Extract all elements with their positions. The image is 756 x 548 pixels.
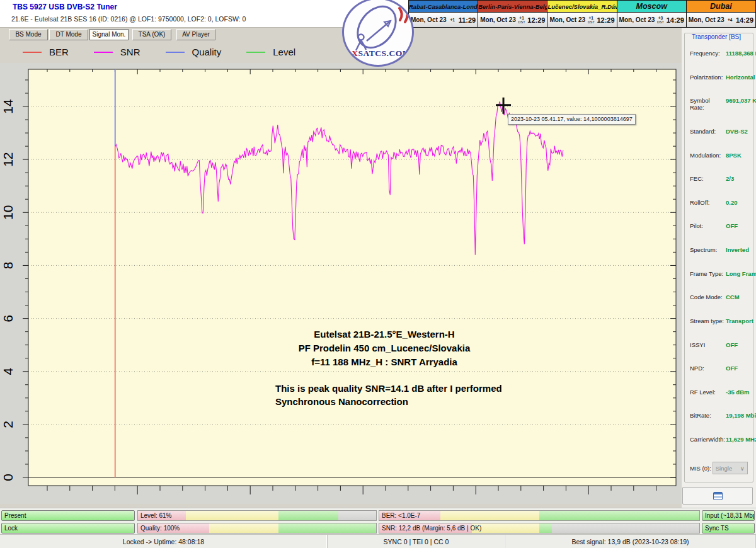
- syncts-badge: Sync TS: [702, 523, 755, 534]
- tuner-app-window: TBS 5927 USB DVB-S2 Tuner 21.6E - Eutels…: [0, 0, 756, 548]
- signal-chart[interactable]: 02468101214 Eutelsat 21B-21.5°E_Western-…: [0, 63, 682, 504]
- transponder-value: 11,629 MHz: [726, 436, 756, 443]
- transponder-row: Stream type:Transport: [690, 317, 753, 324]
- y-axis-label-0: 0: [1, 474, 15, 481]
- transponder-label: Polarization:: [690, 74, 726, 81]
- transponder-label: Modulation:: [690, 152, 726, 159]
- bar-segment-green: [278, 511, 338, 520]
- transponder-row: Standard:DVB-S2: [690, 128, 753, 135]
- input-badge: Input (~18,31 Mbps): [702, 510, 755, 521]
- present-badge: Present: [1, 510, 135, 521]
- annotation-line: Synchronous Nanocorrection: [275, 395, 527, 408]
- transponder-value: OFF: [726, 222, 738, 229]
- bar-segment-green: [278, 523, 376, 533]
- transponder-label: Spectrum:: [690, 246, 726, 253]
- level-progressbar: Level: 61%: [137, 510, 377, 521]
- transponder-label: Frequency:: [690, 50, 726, 57]
- transponder-title: Transponder [BS]: [690, 33, 743, 40]
- transponder-label: RollOff:: [690, 199, 726, 206]
- transponder-label: FEC:: [690, 175, 726, 182]
- snr-bar-label: SNR: 12,2 dB (Margin: 5,6 dB | OK): [382, 524, 481, 533]
- transponder-value: 0.20: [726, 199, 738, 206]
- transponder-value: 2/3: [726, 175, 734, 182]
- mis-select[interactable]: Single ∨: [713, 462, 748, 474]
- statusbar-segment-3: Best signal: 13,9 dB (2023-10-23 08:19): [505, 535, 756, 548]
- transponder-row: Pilot:OFF: [690, 222, 753, 229]
- transponder-value: DVB-S2: [726, 128, 748, 135]
- transponder-row: RollOff:0.20: [690, 199, 753, 206]
- capture-button[interactable]: [682, 487, 753, 505]
- transponder-label: Pilot:: [690, 222, 726, 229]
- y-axis-label-8: 8: [1, 262, 15, 270]
- level-bar-label: Level: 61%: [140, 511, 171, 520]
- transponder-label: BitRate:: [690, 412, 726, 419]
- transponder-value: Long Frame: [726, 270, 756, 277]
- transponder-row: NPD:OFF: [690, 365, 753, 372]
- transponder-label: Symbol Rate:: [690, 97, 726, 111]
- transponder-label: Standard:: [690, 128, 726, 135]
- transponder-row: Symbol Rate:9691,037 KS/s: [690, 97, 753, 111]
- transponder-row: Spectrum:Inverted: [690, 246, 753, 253]
- mis-value: Single: [716, 465, 732, 472]
- chart-annotation-note: This is peak quality SNR=14.1 dB after I…: [275, 382, 527, 408]
- clock-time-row: Mon, Oct 23+414:29: [687, 13, 755, 27]
- ber-bar-label: BER: <1.0E-7: [382, 511, 420, 520]
- ber-progressbar: BER: <1.0E-7: [379, 510, 700, 521]
- transponder-row: ISSYIOFF: [690, 341, 753, 348]
- transponder-value: 8PSK: [726, 152, 742, 159]
- y-axis-label-12: 12: [1, 152, 15, 166]
- transponder-row: Frequency:11188,368 MHz: [690, 50, 753, 57]
- dxsatcs-logo-text: DXSATCS.COM: [344, 49, 412, 59]
- cursor-tooltip: 2023-10-23 05.41.17, value: 14,100000381…: [508, 114, 636, 125]
- transponder-value: Inverted: [726, 246, 749, 253]
- transponder-row: Frame Type:Long Frame: [690, 270, 753, 277]
- y-axis-label-14: 14: [1, 99, 15, 114]
- bar-segment-yellow: [440, 511, 539, 520]
- bar-segment-yellow: [186, 511, 278, 520]
- statusbar: Locked -> Uptime: 48:08:18SYNC 0 | TEI 0…: [0, 534, 756, 548]
- bar-segment-gray: [338, 511, 376, 520]
- lock-badge: Lock: [1, 523, 135, 534]
- transponder-value: 9691,037 KS/s: [726, 97, 756, 104]
- statusbar-segment-1: Locked -> Uptime: 48:08:18: [0, 535, 328, 548]
- transponder-label: CarrierWidth:: [690, 436, 726, 443]
- chart-annotation-main: Eutelsat 21B-21.5°E_Western-HPF Prodelin…: [236, 328, 532, 369]
- annotation-line: PF Prodelin 450 cm_Lucenec/Slovakia: [236, 341, 532, 355]
- transponder-label: NPD:: [690, 365, 726, 372]
- clock-time: 14:29: [736, 16, 753, 24]
- transponder-row: CarrierWidth:11,629 MHz: [690, 436, 753, 443]
- mis-label: MIS (0):: [690, 465, 711, 472]
- annotation-line: f=11 188 MHz_H : SNRT Arryadia: [236, 355, 532, 369]
- bar-segment-green: [539, 511, 699, 520]
- record-list-icon: [713, 492, 723, 500]
- transponder-groupbox: Transponder [BS] Frequency:11188,368 MHz…: [684, 33, 753, 482]
- y-axis-label-6: 6: [1, 315, 15, 323]
- transponder-row: Modulation:8PSK: [690, 152, 753, 159]
- quality-progressbar: Quality: 100%: [137, 523, 377, 534]
- transponder-value: Horizontal: [726, 74, 755, 81]
- transponder-row: RF Level:-35 dBm: [690, 389, 753, 396]
- bar-segment-gray: [552, 523, 699, 533]
- transponder-value: 11188,368 MHz: [726, 50, 756, 57]
- statusbar-segment-2: SYNC 0 | TEI 0 | CC 0: [328, 535, 505, 548]
- signal-status-row: PresentLockInput (~18,31 Mbps)Sync TSLev…: [0, 508, 756, 534]
- bar-segment-yellow: [472, 523, 539, 533]
- transponder-row: Polarization:Horizontal: [690, 74, 753, 81]
- annotation-line: Eutelsat 21B-21.5°E_Western-H: [236, 328, 532, 341]
- transponder-value: CCM: [726, 294, 740, 300]
- utc-offset: +4: [728, 18, 732, 22]
- transponder-label: RF Level:: [690, 389, 726, 396]
- clock-5: DubaiMon, Oct 23+414:29: [687, 1, 755, 27]
- y-axis-label-10: 10: [1, 205, 15, 220]
- bar-segment-green: [539, 523, 552, 533]
- snr-plot[interactable]: 02468101214: [0, 0, 682, 504]
- transponder-row: BitRate:19,198 Mbit/s: [690, 412, 753, 419]
- quality-bar-label: Quality: 100%: [140, 524, 180, 533]
- chevron-down-icon: ∨: [740, 465, 745, 472]
- transponder-value: OFF: [726, 341, 738, 348]
- transponder-value: -35 dBm: [726, 389, 749, 396]
- transponder-row: Code Mode:CCM: [690, 294, 753, 300]
- bar-segment-yellow: [209, 523, 278, 533]
- y-axis-label-4: 4: [1, 368, 15, 375]
- transponder-panel: Transponder [BS] Frequency:11188,368 MHz…: [682, 28, 756, 508]
